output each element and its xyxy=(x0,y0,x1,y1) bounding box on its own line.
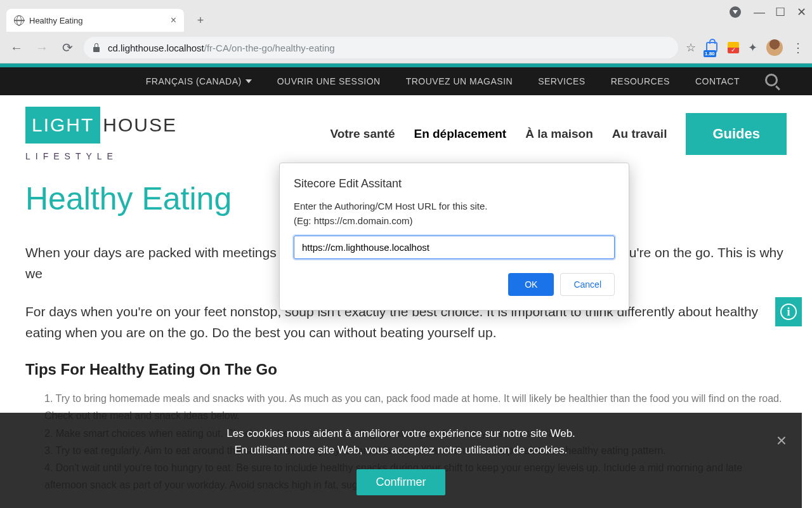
contact-link[interactable]: CONTACT xyxy=(695,76,740,86)
cancel-button[interactable]: Cancel xyxy=(560,273,615,296)
utility-nav: FRANÇAIS (CANADA) OUVRIR UNE SESSION TRO… xyxy=(0,67,812,95)
cookie-banner: Les cookies nous aident à améliorer votr… xyxy=(0,413,802,508)
chevron-down-icon xyxy=(246,79,252,83)
back-button[interactable]: ← xyxy=(8,39,25,57)
tab-title: Healthy Eating xyxy=(29,16,166,25)
address-bar-row: ← → ⟳ cd.lighthouse.localhost/fr-CA/on-t… xyxy=(0,32,812,64)
reload-button[interactable]: ⟳ xyxy=(58,39,76,57)
search-icon[interactable] xyxy=(765,74,780,89)
site-header: LIGHT HOUSE LIFESTYLE Votre santé En dép… xyxy=(0,95,812,168)
nav-maison[interactable]: À la maison xyxy=(525,127,593,141)
section-heading: Tips For Healthy Eating On The Go xyxy=(25,361,787,378)
browser-tab[interactable]: Healthy Eating × xyxy=(6,9,184,32)
lang-selector[interactable]: FRANÇAIS (CANADA) xyxy=(146,76,252,86)
logo-subtitle: LIFESTYLE xyxy=(25,151,177,161)
dialog-title: Sitecore Edit Assitant xyxy=(294,177,615,190)
logo-text: HOUSE xyxy=(100,114,177,136)
close-icon[interactable]: × xyxy=(171,15,176,26)
nav-sante[interactable]: Votre santé xyxy=(330,127,395,141)
forward-button[interactable]: → xyxy=(33,39,51,57)
new-tab-button[interactable]: + xyxy=(192,11,209,29)
close-window-button[interactable]: ✕ xyxy=(797,8,806,17)
info-button[interactable] xyxy=(775,297,802,326)
close-icon[interactable]: × xyxy=(776,431,787,451)
maximize-button[interactable]: ☐ xyxy=(775,8,784,17)
logo[interactable]: LIGHT HOUSE LIFESTYLE xyxy=(25,107,177,161)
globe-icon xyxy=(14,15,24,25)
primary-nav: Votre santé En déplacement À la maison A… xyxy=(330,113,787,155)
avatar[interactable] xyxy=(766,39,783,56)
profile-badge-icon[interactable] xyxy=(730,6,741,18)
extensions-icon[interactable]: ✦ xyxy=(748,41,757,55)
resources-link[interactable]: RESOURCES xyxy=(611,76,670,86)
lock-icon xyxy=(93,43,102,52)
browser-chrome: Healthy Eating × + — ☐ ✕ ← → ⟳ cd.lighth… xyxy=(0,0,812,64)
cookie-text: Les cookies nous aident à améliorer votr… xyxy=(32,425,770,458)
address-bar[interactable]: cd.lighthouse.localhost/fr-CA/on-the-go/… xyxy=(84,37,678,58)
shopping-extension-icon[interactable]: 1.80 xyxy=(705,41,719,55)
services-link[interactable]: SERVICES xyxy=(538,76,586,86)
bookmark-icon[interactable]: ☆ xyxy=(686,41,696,55)
minimize-button[interactable]: — xyxy=(754,8,763,17)
extension-icon[interactable]: ✓ xyxy=(728,42,739,53)
url-text: cd.lighthouse.localhost/fr-CA/on-the-go/… xyxy=(108,43,335,53)
browser-menu-button[interactable]: ⋮ xyxy=(792,40,804,55)
cookie-confirm-button[interactable]: Confirmer xyxy=(357,469,445,495)
cm-url-input[interactable] xyxy=(294,236,615,259)
login-link[interactable]: OUVRIR UNE SESSION xyxy=(277,76,381,86)
prompt-dialog: Sitecore Edit Assitant Enter the Authori… xyxy=(279,163,629,311)
guides-button[interactable]: Guides xyxy=(686,113,787,155)
tab-bar: Healthy Eating × + — ☐ ✕ xyxy=(0,0,812,32)
nav-deplacement[interactable]: En déplacement xyxy=(414,127,506,141)
nav-travail[interactable]: Au travail xyxy=(612,127,667,141)
dialog-description: Enter the Authoring/CM Host URL for this… xyxy=(294,199,615,228)
find-store-link[interactable]: TROUVEZ UN MAGASIN xyxy=(406,76,513,86)
logo-box: LIGHT xyxy=(25,107,100,144)
ok-button[interactable]: OK xyxy=(508,273,554,296)
